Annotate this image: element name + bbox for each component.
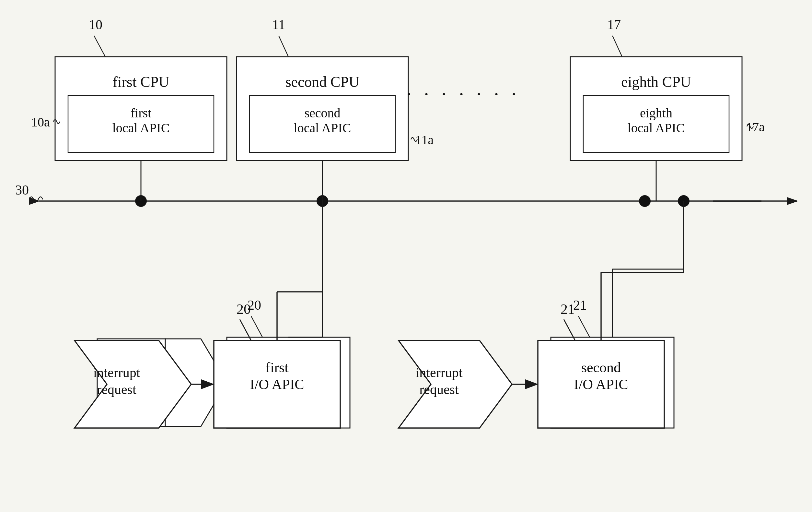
first-local-apic-label-1: first bbox=[130, 106, 151, 120]
second-local-apic-label-2: local APIC bbox=[294, 120, 351, 135]
ref-10a: 10a bbox=[31, 115, 50, 129]
second-cpu-label: second CPU bbox=[286, 74, 360, 90]
diagram: first CPU first local APIC 10 10a second… bbox=[0, 0, 812, 512]
eighth-local-apic-label-1: eighth bbox=[640, 106, 672, 120]
ellipsis-dots: · · · · · · · bbox=[407, 83, 520, 105]
ref-11a: 11a bbox=[415, 133, 434, 147]
ref-21: 21 bbox=[573, 298, 587, 313]
eighth-cpu-label: eighth CPU bbox=[621, 74, 691, 90]
ref-11: 11 bbox=[272, 17, 285, 32]
second-local-apic-label-1: second bbox=[304, 106, 340, 120]
first-local-apic-label-2: local APIC bbox=[112, 120, 170, 135]
eighth-local-apic-label-2: local APIC bbox=[628, 120, 685, 135]
ref-17a: 17a bbox=[746, 120, 765, 134]
ref-17: 17 bbox=[607, 17, 621, 32]
second-io-apic-label-1: second bbox=[593, 354, 632, 369]
second-io-apic-label-2: I/O APIC bbox=[586, 370, 638, 385]
bus-dot-3 bbox=[639, 195, 650, 207]
first-io-apic-label-1: first bbox=[278, 354, 299, 369]
ref-30: 30 bbox=[15, 183, 29, 197]
first-cpu-label: first CPU bbox=[112, 74, 169, 90]
ref-20: 20 bbox=[248, 298, 261, 313]
ref-10: 10 bbox=[89, 17, 103, 32]
first-io-apic-label-2: I/O APIC bbox=[262, 370, 314, 385]
